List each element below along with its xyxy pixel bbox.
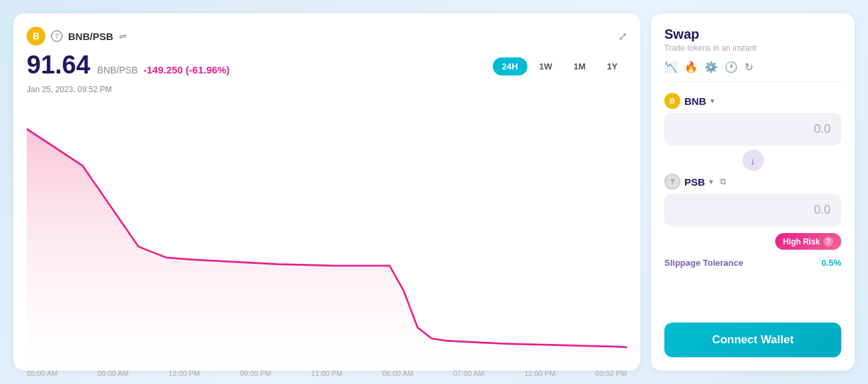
x-label-1: 09:00 AM: [97, 369, 128, 377]
copy-icon[interactable]: ⧉: [720, 176, 726, 187]
x-label-3: 09:00 PM: [240, 369, 271, 377]
chart-panel: B ? BNB/PSB ⇌ ⤢ 91.64 BNB/PSB -149.250 (…: [13, 13, 640, 371]
help-icon[interactable]: ?: [51, 30, 63, 42]
price-row: 91.64 BNB/PSB -149.250 (-61.96%) 24H 1W …: [27, 51, 627, 82]
refresh-icon[interactable]: ↻: [744, 61, 753, 73]
x-label-5: 06:00 AM: [383, 369, 413, 377]
time-buttons: 24H 1W 1M 1Y: [493, 57, 627, 75]
swap-toolbar: 📉 🔥 ⚙️ 🕐 ↻: [664, 61, 841, 82]
x-label-8: 09:52 PM: [596, 369, 627, 377]
price-main: 91.64: [27, 51, 90, 79]
swap-arrow-container: ↓: [664, 150, 841, 171]
x-label-0: 05:00 AM: [27, 369, 57, 377]
x-axis-labels: 05:00 AM 09:00 AM 12:00 PM 09:00 PM 11:0…: [27, 367, 627, 377]
settings-icon[interactable]: ⚙️: [704, 61, 718, 73]
slippage-value: 0.5%: [821, 258, 841, 268]
from-token-input-box[interactable]: 0.0: [664, 113, 841, 146]
x-label-6: 07:00 AM: [453, 369, 484, 377]
fire-icon[interactable]: 🔥: [684, 61, 698, 73]
time-btn-1w[interactable]: 1W: [530, 57, 562, 75]
high-risk-badge: High Risk ?: [664, 233, 841, 250]
chart-svg: [27, 100, 627, 364]
to-token-chevron[interactable]: ▾: [709, 177, 713, 186]
slippage-row: Slippage Tolerance 0.5%: [664, 258, 841, 268]
chart-header-left: B ? BNB/PSB ⇌: [27, 27, 127, 45]
swap-title: Swap: [664, 27, 841, 42]
swap-panel: Swap Trade tokens in an instant 📉 🔥 ⚙️ 🕐…: [651, 13, 855, 371]
price-pair-label: BNB/PSB: [97, 65, 138, 75]
high-risk-label: High Risk: [783, 237, 820, 246]
chart-toolbar-icon[interactable]: 📉: [664, 61, 678, 73]
to-token-selector[interactable]: ? PSB ▾ ⧉: [664, 174, 841, 190]
x-label-7: 12:00 PM: [524, 369, 556, 377]
x-label-4: 11:00 PM: [311, 369, 343, 377]
slippage-label[interactable]: Slippage Tolerance: [664, 258, 743, 268]
to-token-value: 0.0: [814, 203, 831, 217]
bnb-token-icon: B: [664, 93, 680, 109]
expand-icon[interactable]: ⤢: [618, 30, 627, 43]
psb-token-icon: ?: [664, 174, 680, 190]
swap-subtitle: Trade tokens in an instant: [664, 43, 841, 53]
to-token-input-box[interactable]: 0.0: [664, 194, 841, 226]
price-change: -149.250 (-61.96%): [144, 64, 230, 75]
high-risk-button[interactable]: High Risk ?: [775, 233, 841, 250]
swap-direction-button[interactable]: ↓: [742, 150, 764, 171]
from-token-name: BNB: [684, 95, 706, 107]
from-token-selector[interactable]: B BNB ▾: [664, 93, 841, 109]
x-label-2: 12:00 PM: [168, 369, 200, 377]
high-risk-help-icon[interactable]: ?: [823, 236, 833, 246]
to-token-name: PSB: [684, 176, 705, 188]
chart-header: B ? BNB/PSB ⇌ ⤢: [27, 27, 627, 45]
history-icon[interactable]: 🕐: [724, 61, 738, 73]
time-btn-24h[interactable]: 24H: [493, 57, 527, 75]
connect-wallet-button[interactable]: Connect Wallet: [664, 323, 841, 357]
time-btn-1m[interactable]: 1M: [564, 57, 595, 75]
from-token-chevron[interactable]: ▾: [710, 96, 714, 106]
time-btn-1y[interactable]: 1Y: [598, 57, 627, 75]
pair-label: BNB/PSB: [68, 31, 114, 42]
from-token-value: 0.0: [814, 122, 831, 136]
price-date: Jan 25, 2023, 09:52 PM: [27, 85, 627, 94]
chart-area: 05:00 AM 09:00 AM 12:00 PM 09:00 PM 11:0…: [27, 100, 627, 364]
bnb-icon: B: [27, 27, 45, 45]
price-section: 91.64 BNB/PSB -149.250 (-61.96%): [27, 51, 230, 79]
swap-arrows-icon[interactable]: ⇌: [119, 31, 127, 41]
